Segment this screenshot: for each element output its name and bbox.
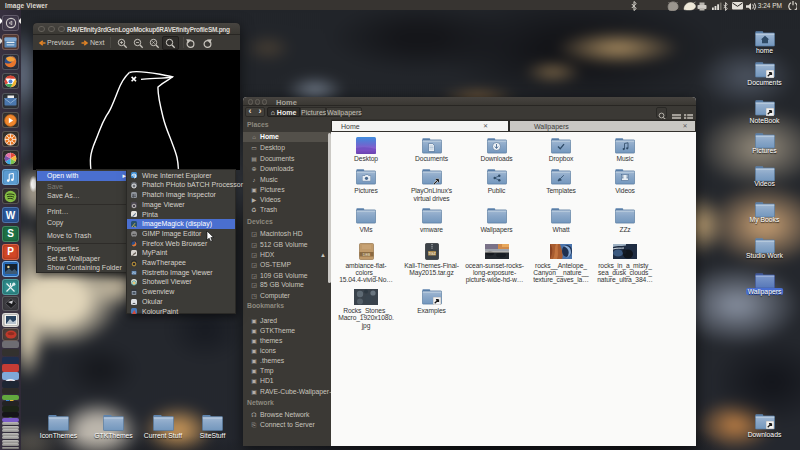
svg-text:TGZ: TGZ [428,251,436,255]
svg-text:DEB: DEB [362,252,370,256]
